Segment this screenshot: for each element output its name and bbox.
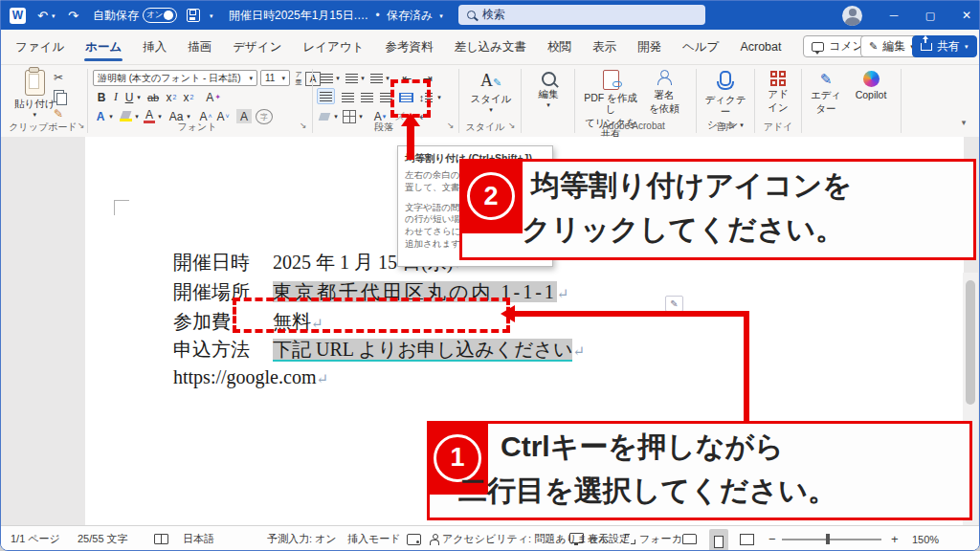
close-button[interactable]: ✕ bbox=[952, 1, 980, 30]
ribbon-tab-row: ファイル ホーム 挿入 描画 デザイン レイアウト 参考資料 差し込み文書 校閲… bbox=[1, 30, 979, 65]
multilevel-list-button[interactable] bbox=[368, 70, 384, 86]
macro-record-icon[interactable] bbox=[407, 526, 421, 551]
zoom-out-button[interactable]: − bbox=[768, 526, 776, 551]
styles-button[interactable]: A✎ スタイル▾ bbox=[468, 71, 514, 113]
predictive-input-status[interactable]: 予測入力: オン bbox=[267, 526, 337, 551]
save-icon[interactable] bbox=[187, 1, 200, 30]
display-settings-button[interactable]: 表示設定 bbox=[569, 526, 630, 551]
doc-line-5[interactable]: https://google.com↵ bbox=[145, 344, 328, 410]
strikethrough-button[interactable]: ab bbox=[145, 89, 162, 105]
shading-button[interactable] bbox=[317, 108, 332, 124]
redo-button[interactable]: ↷ bbox=[68, 1, 78, 30]
line-spacing-chevron-icon[interactable]: ▾ bbox=[435, 89, 443, 105]
zoom-slider[interactable] bbox=[782, 526, 881, 551]
step2-text: 均等割り付けアイコンを クリックしてください。 bbox=[531, 164, 852, 252]
clear-formatting-button[interactable]: A✦ bbox=[204, 89, 223, 105]
acrobat-group-label: Adobe Acrobat bbox=[581, 121, 686, 131]
minimize-button[interactable]: ─ bbox=[880, 1, 908, 30]
print-layout-button[interactable] bbox=[709, 529, 728, 551]
paragraph-dialog-launcher[interactable]: ↘ bbox=[447, 121, 455, 130]
read-mode-button[interactable] bbox=[682, 526, 697, 551]
align-center-button[interactable] bbox=[340, 89, 355, 105]
highlight-chevron-icon[interactable]: ▾ bbox=[133, 108, 141, 124]
copilot-icon bbox=[863, 71, 880, 87]
tab-layout[interactable]: レイアウト bbox=[292, 30, 374, 64]
ruby-button[interactable]: ア亜 bbox=[293, 70, 304, 86]
italic-button[interactable]: I bbox=[110, 89, 122, 105]
paste-button[interactable]: 貼り付け▾ bbox=[14, 70, 56, 118]
font-dialog-launcher[interactable]: ↘ bbox=[300, 121, 307, 130]
undo-button[interactable]: ↶▾ bbox=[37, 1, 55, 30]
cut-button[interactable]: ✂ bbox=[51, 70, 66, 85]
ribbon: 貼り付け▾ ✂ ✎ クリップボード ↘ 游明朝 (本文のフォント - 日本語)▾… bbox=[1, 65, 979, 138]
tab-mailings[interactable]: 差し込み文書 bbox=[443, 30, 537, 64]
word-count[interactable]: 25/55 文字 bbox=[78, 526, 128, 551]
copilot-button[interactable]: Copilot bbox=[848, 71, 894, 100]
enclosed-character-button[interactable]: 字 bbox=[256, 109, 273, 124]
autosave-label: 自動保存 bbox=[93, 1, 139, 30]
bold-button[interactable]: B bbox=[95, 89, 108, 105]
share-button[interactable]: 共有▾ bbox=[912, 35, 977, 57]
align-left-button[interactable] bbox=[317, 88, 335, 104]
subscript-button[interactable]: x2 bbox=[164, 89, 179, 105]
styles-dialog-launcher[interactable]: ↘ bbox=[508, 121, 516, 130]
insert-mode-status[interactable]: 挿入モード bbox=[347, 526, 401, 551]
tab-references[interactable]: 参考資料 bbox=[374, 30, 443, 64]
status-bar: 1/1 ページ 25/55 文字 日本語 予測入力: オン 挿入モード アクセシ… bbox=[1, 525, 979, 551]
underline-button[interactable]: U bbox=[123, 89, 135, 105]
account-avatar[interactable] bbox=[842, 1, 862, 30]
tab-insert[interactable]: 挿入 bbox=[132, 30, 177, 64]
font-size-combo[interactable]: 11▾ bbox=[260, 70, 290, 86]
bullets-chevron-icon[interactable]: ▾ bbox=[334, 70, 342, 86]
copy-icon bbox=[54, 90, 64, 102]
collapse-ribbon-chevron-icon[interactable]: ▾ bbox=[956, 115, 971, 131]
request-signatures-button[interactable]: 署名を依頼 bbox=[642, 70, 686, 114]
font-name-combo[interactable]: 游明朝 (本文のフォント - 日本語)▾ bbox=[93, 70, 257, 86]
tab-design[interactable]: デザイン bbox=[222, 30, 292, 64]
margin-corner-mark bbox=[114, 200, 129, 215]
text-effects-chevron-icon[interactable]: ▾ bbox=[107, 108, 115, 124]
margin-pen-icon[interactable]: ✎ bbox=[665, 296, 683, 312]
borders-grid-icon bbox=[343, 110, 356, 123]
tab-draw[interactable]: 描画 bbox=[177, 30, 222, 64]
tab-home[interactable]: ホーム bbox=[75, 30, 132, 64]
addins-button[interactable]: アドイン bbox=[760, 71, 796, 113]
tab-view[interactable]: 表示 bbox=[582, 30, 627, 64]
copy-button[interactable] bbox=[51, 88, 66, 103]
web-layout-button[interactable] bbox=[740, 526, 754, 551]
tab-help[interactable]: ヘルプ bbox=[672, 30, 729, 64]
text-effects-button[interactable]: A bbox=[93, 108, 108, 124]
arrow-up-head bbox=[401, 113, 420, 126]
zoom-level[interactable]: 150% bbox=[912, 526, 939, 551]
language-status[interactable]: 日本語 bbox=[183, 526, 214, 551]
page-count[interactable]: 1/1 ページ bbox=[11, 526, 60, 551]
underline-chevron-icon[interactable]: ▾ bbox=[135, 89, 143, 105]
numbering-button[interactable] bbox=[344, 70, 359, 86]
zoom-in-button[interactable]: + bbox=[891, 526, 899, 551]
editor-button[interactable]: ✎ エディター bbox=[808, 71, 844, 114]
editing-button[interactable]: 編集▾ bbox=[528, 72, 568, 108]
zoom-slider-thumb[interactable] bbox=[826, 534, 830, 544]
proofing-book-icon[interactable] bbox=[154, 526, 168, 551]
tab-review[interactable]: 校閲 bbox=[537, 30, 582, 64]
word-logo-icon[interactable]: W bbox=[10, 1, 26, 30]
numbering-chevron-icon[interactable]: ▾ bbox=[359, 70, 367, 86]
tab-file[interactable]: ファイル bbox=[5, 30, 75, 64]
align-right-button[interactable] bbox=[359, 89, 374, 105]
format-painter-button[interactable]: ✎ bbox=[51, 106, 66, 121]
clipboard-icon bbox=[25, 70, 45, 96]
tab-developer[interactable]: 開発 bbox=[627, 30, 672, 64]
search-input[interactable]: 検索 bbox=[458, 5, 705, 25]
share-icon bbox=[921, 43, 932, 51]
clipboard-dialog-launcher[interactable]: ↘ bbox=[78, 121, 85, 130]
highlight-color-button[interactable] bbox=[118, 108, 133, 124]
tab-acrobat[interactable]: Acrobat bbox=[729, 30, 791, 64]
ribbon-options-chevron-icon[interactable]: ▾ bbox=[210, 1, 213, 30]
shading-chevron-icon[interactable]: ▾ bbox=[332, 108, 340, 124]
maximize-button[interactable]: ▢ bbox=[916, 1, 945, 30]
autosave-toggle[interactable]: オン bbox=[143, 1, 177, 30]
scrollbar-thumb[interactable] bbox=[966, 280, 975, 405]
superscript-button[interactable]: x2 bbox=[181, 89, 196, 105]
bullets-button[interactable] bbox=[319, 70, 334, 86]
step1-callout: 1 Ctrlキーを押しながら 二行目を選択してください。 bbox=[427, 421, 972, 520]
